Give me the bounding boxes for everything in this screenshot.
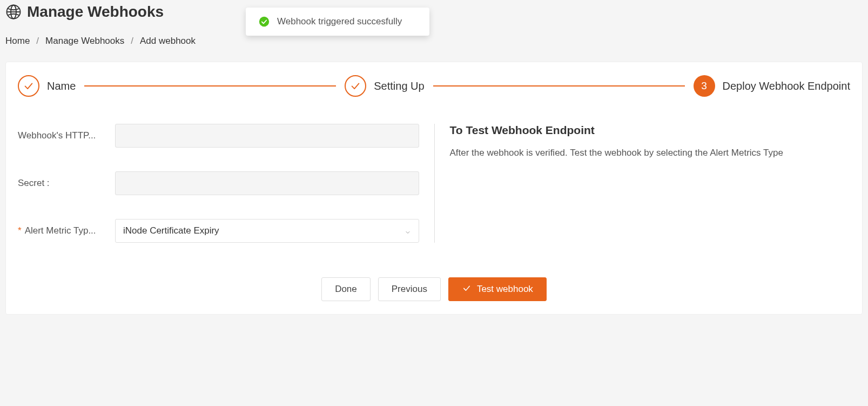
step-label: Setting Up <box>374 80 424 92</box>
secret-label: Secret : <box>18 178 115 189</box>
breadcrumb-home[interactable]: Home <box>5 36 30 46</box>
step-circle-done <box>18 75 39 97</box>
step-connector <box>433 85 685 86</box>
breadcrumb-separator: / <box>36 36 39 46</box>
step-circle-done <box>345 75 366 97</box>
globe-icon <box>5 4 22 20</box>
chevron-down-icon <box>405 228 411 234</box>
test-webhook-button[interactable]: Test webhook <box>448 277 547 301</box>
breadcrumb-manage[interactable]: Manage Webhooks <box>45 36 124 46</box>
check-icon <box>462 283 472 296</box>
step-label: Name <box>47 80 76 92</box>
done-button[interactable]: Done <box>321 277 371 301</box>
test-webhook-label: Test webhook <box>477 284 533 295</box>
toast-notification: Webhook triggered succesfully <box>246 8 429 36</box>
step-setting-up: Setting Up <box>345 75 424 97</box>
svg-point-3 <box>259 17 269 26</box>
metric-type-label: *Alert Metric Typ... <box>18 225 115 236</box>
breadcrumb: Home / Manage Webhooks / Add webhook <box>5 36 863 46</box>
url-label: Webhook's HTTP... <box>18 130 115 141</box>
webhook-url-input[interactable] <box>115 124 419 148</box>
select-value: iNode Certificate Expiry <box>123 225 219 236</box>
secret-input[interactable] <box>115 171 419 195</box>
breadcrumb-separator: / <box>131 36 133 46</box>
wizard-steps: Name Setting Up 3 Deploy Webhook Endpoin… <box>18 75 850 97</box>
step-label: Deploy Webhook Endpoint <box>723 80 850 92</box>
step-name: Name <box>18 75 76 97</box>
step-deploy: 3 Deploy Webhook Endpoint <box>694 75 850 97</box>
previous-button[interactable]: Previous <box>378 277 441 301</box>
toast-message: Webhook triggered succesfully <box>277 16 402 27</box>
info-title: To Test Webhook Endpoint <box>450 124 851 137</box>
alert-metric-select[interactable]: iNode Certificate Expiry <box>115 219 419 243</box>
step-circle-current: 3 <box>694 75 715 97</box>
page-title: Manage Webhooks <box>27 3 164 21</box>
breadcrumb-current: Add webhook <box>140 36 196 46</box>
check-circle-icon <box>259 16 270 27</box>
step-connector <box>84 85 336 86</box>
info-body: After the webhook is verified. Test the … <box>450 145 851 161</box>
